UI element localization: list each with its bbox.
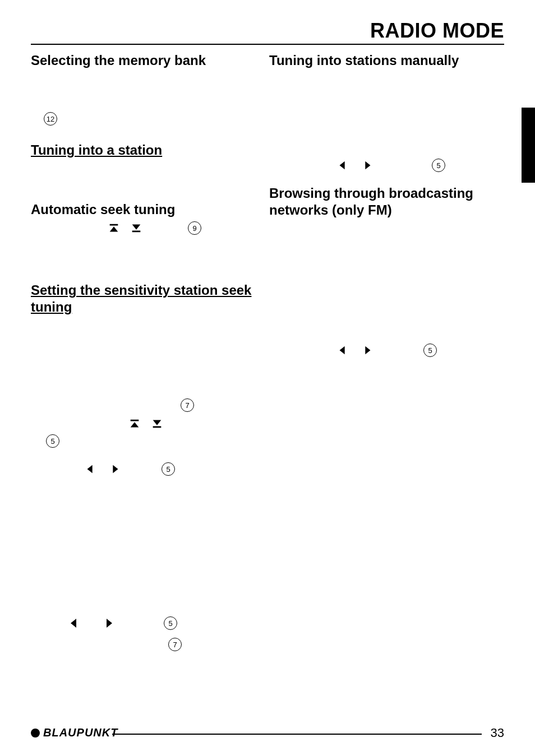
left-column: Selecting the memory bank bbox=[31, 52, 255, 69]
sensitivity-leftright: 5 bbox=[84, 462, 175, 476]
manual-leftright: 5 bbox=[336, 159, 445, 172]
circled-number-9: 9 bbox=[188, 221, 201, 235]
page-title: RADIO MODE bbox=[370, 19, 504, 43]
chevron-right-icon bbox=[361, 344, 373, 356]
browsing-leftright: 5 bbox=[336, 344, 437, 357]
chevron-right-icon bbox=[361, 159, 373, 171]
heading-memory-bank: Selecting the memory bank bbox=[31, 52, 255, 69]
chevron-up-bar-icon bbox=[108, 222, 120, 234]
circled-number-7: 7 bbox=[181, 398, 194, 412]
chevron-right-icon bbox=[109, 463, 121, 475]
page-number: 33 bbox=[491, 726, 504, 740]
circled-number-5: 5 bbox=[162, 462, 175, 476]
circled-number-5: 5 bbox=[46, 434, 59, 448]
brand-text: BLAUPUNKT bbox=[43, 726, 118, 739]
brand-dot-icon bbox=[31, 729, 40, 738]
heading-sensitivity: Setting the sensitivity station seek tun… bbox=[31, 282, 255, 316]
side-tab bbox=[522, 108, 535, 183]
auto-seek-controls: 9 bbox=[108, 221, 201, 235]
chevron-down-bar-icon bbox=[130, 222, 142, 234]
circled-number-5: 5 bbox=[164, 616, 177, 630]
heading-auto-seek: Automatic seek tuning bbox=[31, 201, 175, 218]
circled-number-7: 7 bbox=[168, 638, 182, 651]
heading-auto-seek-wrap: Automatic seek tuning bbox=[31, 201, 175, 218]
chevron-down-bar-icon bbox=[151, 418, 163, 430]
header-divider bbox=[31, 44, 504, 45]
chevron-left-icon bbox=[84, 463, 96, 475]
heading-manual-tuning: Tuning into stations manually bbox=[269, 52, 494, 69]
circled-number-5: 5 bbox=[423, 344, 437, 357]
heading-tuning-station-wrap: Tuning into a station bbox=[31, 142, 162, 159]
chevron-left-icon bbox=[336, 159, 349, 171]
right-column: Tuning into stations manually bbox=[269, 52, 494, 69]
bottom-leftright: 5 bbox=[67, 616, 177, 630]
footer-divider bbox=[112, 734, 482, 735]
chevron-right-icon bbox=[102, 616, 116, 630]
reference-5a: 5 bbox=[46, 434, 59, 448]
reference-7b: 7 bbox=[168, 638, 182, 651]
brand-logo: BLAUPUNKT bbox=[31, 726, 118, 739]
heading-tuning-station: Tuning into a station bbox=[31, 142, 162, 159]
chevron-left-icon bbox=[336, 344, 349, 356]
heading-sensitivity-wrap: Setting the sensitivity station seek tun… bbox=[31, 282, 255, 316]
chevron-left-icon bbox=[67, 616, 81, 630]
reference-12: 12 bbox=[44, 112, 57, 126]
reference-7a: 7 bbox=[181, 398, 194, 412]
chevron-up-bar-icon bbox=[128, 418, 141, 430]
sensitivity-updown bbox=[128, 418, 163, 430]
heading-browsing-wrap: Browsing through broadcasting networks (… bbox=[269, 185, 494, 219]
circled-number-12: 12 bbox=[44, 112, 57, 126]
heading-browsing: Browsing through broadcasting networks (… bbox=[269, 185, 494, 219]
circled-number-5: 5 bbox=[432, 159, 445, 172]
